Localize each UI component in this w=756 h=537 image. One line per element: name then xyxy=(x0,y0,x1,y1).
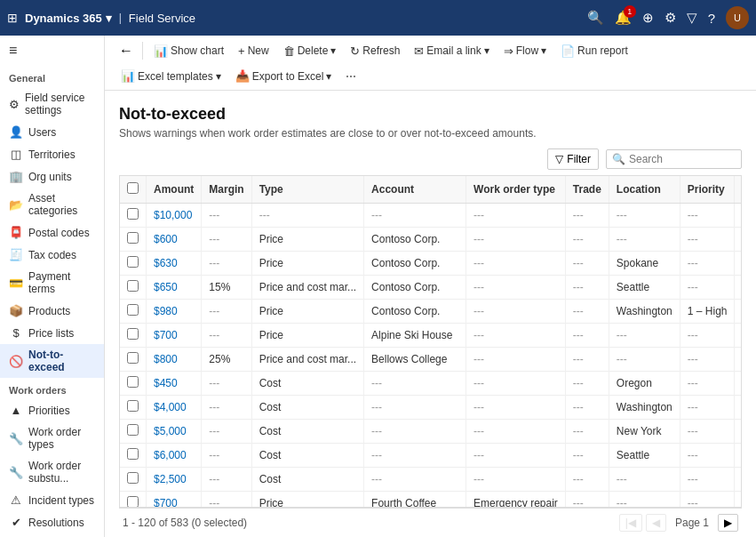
filter-icon[interactable]: ▽ xyxy=(687,10,697,26)
sidebar-item-org-units[interactable]: 🏢 Org units xyxy=(0,165,104,188)
row-checkbox-cell[interactable] xyxy=(120,228,147,252)
back-button[interactable]: ← xyxy=(115,39,137,62)
row-checkbox-cell[interactable] xyxy=(120,276,147,300)
row-checkbox[interactable] xyxy=(127,472,139,484)
sidebar-item-products[interactable]: 📦 Products xyxy=(0,300,104,322)
sidebar-item-postal-codes[interactable]: 📮 Postal codes xyxy=(0,221,104,244)
row-checkbox-cell[interactable] xyxy=(120,300,147,324)
sidebar-item-tax-codes[interactable]: 🧾 Tax codes xyxy=(0,244,104,266)
sidebar-hamburger[interactable]: ≡ xyxy=(0,36,104,66)
prev-page-button[interactable]: ◀ xyxy=(646,514,666,532)
row-checkbox[interactable] xyxy=(127,208,139,220)
row-account: --- xyxy=(364,204,466,228)
col-priority[interactable]: Priority xyxy=(680,176,735,204)
next-page-button[interactable]: ▶ xyxy=(718,514,738,532)
row-checkbox[interactable] xyxy=(127,328,139,340)
sidebar-item-field-service-settings[interactable]: ⚙ Field service settings xyxy=(0,87,104,121)
settings-icon[interactable]: ⚙ xyxy=(664,10,676,26)
row-checkbox[interactable] xyxy=(127,232,139,244)
search-icon[interactable]: 🔍 xyxy=(587,10,604,26)
sidebar-item-payment-terms[interactable]: 💳 Payment terms xyxy=(0,266,104,300)
first-page-button[interactable]: |◀ xyxy=(619,514,642,532)
add-icon[interactable]: ⊕ xyxy=(642,10,654,26)
sidebar-item-price-lists[interactable]: $ Price lists xyxy=(0,322,104,344)
sidebar-item-not-to-exceed[interactable]: 🚫 Not-to-exceed xyxy=(0,344,104,378)
row-checkbox[interactable] xyxy=(127,280,139,292)
row-checkbox-cell[interactable] xyxy=(120,372,147,396)
row-checkbox[interactable] xyxy=(127,256,139,268)
row-checkbox[interactable] xyxy=(127,352,139,364)
run-report-button[interactable]: 📄 Run report xyxy=(555,41,633,61)
sidebar-item-work-order-subst[interactable]: 🔧 Work order substu... xyxy=(0,455,104,489)
avatar[interactable]: U xyxy=(726,6,749,29)
row-checkbox-cell[interactable] xyxy=(120,444,147,468)
col-account[interactable]: Account xyxy=(364,176,466,204)
row-amount[interactable]: $2,500 xyxy=(147,468,202,492)
col-trade[interactable]: Trade xyxy=(565,176,609,204)
row-checkbox[interactable] xyxy=(127,376,139,388)
search-input[interactable] xyxy=(629,153,736,165)
row-priority: --- xyxy=(680,204,735,228)
export-to-excel-button[interactable]: 📥 Export to Excel ▾ xyxy=(230,66,338,86)
row-checkbox[interactable] xyxy=(127,400,139,412)
row-amount[interactable]: $10,000 xyxy=(147,204,202,228)
row-checkbox-cell[interactable] xyxy=(120,348,147,372)
col-type[interactable]: Type xyxy=(251,176,363,204)
row-amount[interactable]: $450 xyxy=(147,372,202,396)
col-checkbox[interactable] xyxy=(120,176,147,204)
sidebar-item-asset-categories[interactable]: 📂 Asset categories xyxy=(0,188,104,221)
filter-button[interactable]: ▽ Filter xyxy=(547,148,599,170)
row-amount[interactable]: $650 xyxy=(147,276,202,300)
row-amount[interactable]: $4,000 xyxy=(147,396,202,420)
sidebar-item-incident-types[interactable]: ⚠ Incident types xyxy=(0,489,104,511)
sidebar: ≡ General ⚙ Field service settings 👤 Use… xyxy=(0,36,105,537)
chart-icon: 📊 xyxy=(154,44,168,58)
sidebar-item-work-order-types[interactable]: 🔧 Work order types xyxy=(0,421,104,455)
row-checkbox[interactable] xyxy=(127,304,139,316)
notification-bell-icon[interactable]: 🔔1 xyxy=(615,10,632,26)
excel-templates-button[interactable]: 📊 Excel templates ▾ xyxy=(115,66,227,86)
row-checkbox-cell[interactable] xyxy=(120,252,147,276)
delete-button[interactable]: 🗑 Delete ▾ xyxy=(278,41,342,61)
more-button[interactable]: ⋯ xyxy=(340,67,362,86)
row-amount[interactable]: $700 xyxy=(147,324,202,348)
help-icon[interactable]: ? xyxy=(708,11,715,26)
row-checkbox-cell[interactable] xyxy=(120,468,147,492)
flow-button[interactable]: ⇒ Flow ▾ xyxy=(498,41,552,61)
row-amount[interactable]: $630 xyxy=(147,252,202,276)
row-checkbox-cell[interactable] xyxy=(120,396,147,420)
sidebar-item-time-entries[interactable]: ⏱ Time entries xyxy=(0,533,104,537)
row-amount[interactable]: $600 xyxy=(147,228,202,252)
row-amount[interactable]: $6,000 xyxy=(147,444,202,468)
sidebar-item-users[interactable]: 👤 Users xyxy=(0,121,104,143)
row-amount[interactable]: $800 xyxy=(147,348,202,372)
table-row: $2,500 --- Cost --- --- --- --- --- Cool… xyxy=(120,468,742,492)
col-location[interactable]: Location xyxy=(609,176,680,204)
row-amount[interactable]: $700 xyxy=(147,492,202,509)
row-checkbox[interactable] xyxy=(127,496,139,508)
row-checkbox-cell[interactable] xyxy=(120,324,147,348)
row-checkbox[interactable] xyxy=(127,424,139,436)
row-amount[interactable]: $980 xyxy=(147,300,202,324)
refresh-button[interactable]: ↻ Refresh xyxy=(345,41,405,61)
col-work-order-type[interactable]: Work order type xyxy=(466,176,566,204)
new-button[interactable]: + New xyxy=(233,41,275,61)
grid-icon[interactable]: ⊞ xyxy=(7,11,18,25)
app-logo[interactable]: Dynamics 365 ▾ xyxy=(25,12,112,25)
row-amount[interactable]: $5,000 xyxy=(147,420,202,444)
sidebar-item-territories[interactable]: ◫ Territories xyxy=(0,143,104,165)
col-amount[interactable]: Amount xyxy=(147,176,202,204)
select-all-checkbox[interactable] xyxy=(127,182,139,194)
col-incident-type[interactable]: Incident type ↓ xyxy=(735,176,742,204)
show-chart-button[interactable]: 📊 Show chart xyxy=(148,41,229,61)
col-margin[interactable]: Margin xyxy=(202,176,251,204)
table-row: $650 15% Price and cost mar... Contoso C… xyxy=(120,276,742,300)
sidebar-item-priorities[interactable]: ▲ Priorities xyxy=(0,399,104,421)
sidebar-item-resolutions[interactable]: ✔ Resolutions xyxy=(0,511,104,533)
email-link-button[interactable]: ✉ Email a link ▾ xyxy=(409,41,494,61)
row-checkbox[interactable] xyxy=(127,448,139,460)
row-checkbox-cell[interactable] xyxy=(120,492,147,509)
row-checkbox-cell[interactable] xyxy=(120,204,147,228)
row-checkbox-cell[interactable] xyxy=(120,420,147,444)
row-work-order-type: --- xyxy=(466,348,566,372)
